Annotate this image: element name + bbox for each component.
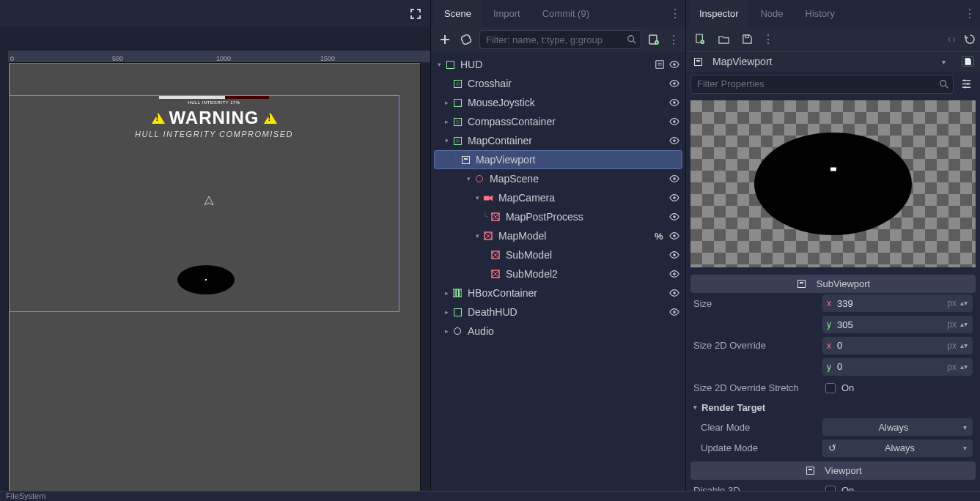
node-submodel2[interactable]: SubModel2 [431,264,685,283]
svg-point-29 [963,80,965,82]
spinner-icon[interactable]: ▴▾ [959,344,968,348]
visibility-icon[interactable] [669,250,681,260]
filesystem-dock-tab[interactable]: FileSystem [0,491,980,501]
minimap-preview [177,265,235,294]
update-mode-dropdown[interactable]: ↺ Always▾ [822,439,973,457]
svg-point-13 [673,215,676,218]
node-deathhud[interactable]: ▸ DeathHUD [431,303,685,322]
size2d-x-input[interactable]: x 0 px ▴▾ [822,337,973,355]
node-mapviewport[interactable]: └ MapViewport [434,150,682,169]
new-resource-button[interactable] [690,29,710,48]
property-options-button[interactable] [957,75,976,94]
visibility-icon[interactable] [669,212,681,222]
node-mousejoystick[interactable]: ▸ MouseJoystick [431,93,685,112]
scene-dock: Scene Import Commit (9) ⋮ ⋮ ▾ HUD Crossh… [430,0,686,501]
viewport-header [0,0,430,27]
history-back-button[interactable]: ‹ [948,33,951,45]
size2d-y-input[interactable]: y 0 px ▴▾ [822,358,973,376]
instance-scene-button[interactable] [457,30,476,49]
node-mapmodel[interactable]: ▾ MapModel % [431,226,685,245]
save-resource-button[interactable] [737,29,756,48]
docs-button[interactable]: 📄 [962,56,974,67]
inspector-toolbar: ⋮ ‹ › [686,27,980,51]
expand-icon[interactable]: ▸ [441,327,452,335]
prop-clear-mode: Clear Mode Always▾ [686,417,980,438]
prop-size2d-y: y 0 px ▴▾ [686,356,980,377]
script-icon[interactable] [655,59,666,70]
section-subviewport[interactable]: SubViewport [690,275,976,293]
tab-inspector[interactable]: Inspector [689,0,748,27]
visibility-icon[interactable] [669,136,681,146]
chevron-down-icon[interactable]: ▾ [942,58,946,66]
node-mapcontainer[interactable]: ▾ MapContainer [431,131,685,150]
visibility-icon[interactable] [669,269,681,279]
expand-icon[interactable]: ▸ [441,308,452,316]
prop-size-x: Size x 339 px ▴▾ [686,293,980,314]
node-mapscene[interactable]: ▾ MapScene [431,169,685,188]
section-viewport[interactable]: Viewport [690,461,976,480]
size-y-input[interactable]: y 305 px ▴▾ [822,316,973,333]
hp-bar [159,96,269,99]
collapse-icon[interactable]: ▾ [441,137,452,144]
visibility-icon[interactable] [669,116,681,127]
editor-viewport-panel: 0 500 1000 1500 HULL INTEGRITY 17% WARNI… [0,0,430,501]
node-mappostprocess[interactable]: └ MapPostProcess [431,207,685,226]
inspector-extra-menu[interactable]: ⋮ [761,31,775,46]
history-menu-button[interactable] [965,34,976,45]
collapse-icon[interactable]: ▾ [463,175,474,182]
node-crosshair[interactable]: Crosshair [431,74,685,93]
tab-import[interactable]: Import [483,0,531,27]
unique-name-icon[interactable]: % [655,231,666,242]
attach-script-button[interactable] [644,30,663,49]
prop-update-mode: Update Mode ↺ Always▾ [686,438,980,459]
node-audio[interactable]: ▸ Audio [431,322,685,341]
svg-point-15 [673,234,676,237]
scene-tree[interactable]: ▾ HUD Crosshair ▸ MouseJoystick ▸ Compas… [431,52,685,501]
expand-icon[interactable]: ▸ [441,118,452,125]
node-hboxcontainer[interactable]: ▸ HBoxContainer [431,283,685,303]
history-forward-button[interactable]: › [952,33,956,45]
visibility-icon[interactable] [669,97,681,108]
svg-point-9 [673,177,676,180]
visibility-icon[interactable] [669,78,681,89]
inspector-filter-input[interactable] [690,75,954,94]
visibility-icon[interactable] [669,193,681,203]
visibility-icon[interactable] [669,59,681,70]
node-hud[interactable]: ▾ HUD [431,55,685,74]
group-render-target[interactable]: ▾Render Target [686,398,980,417]
visibility-icon[interactable] [669,174,681,184]
fullscreen-button[interactable] [407,5,424,23]
visibility-icon[interactable] [669,307,681,317]
spinner-icon[interactable]: ▴▾ [959,322,968,327]
canvas-2d[interactable]: HULL INTEGRITY 17% WARNING HULL INTEGRIT… [8,62,421,498]
spinner-icon[interactable]: ▴▾ [959,301,968,305]
scene-extra-menu[interactable]: ⋮ [666,32,681,47]
tab-scene[interactable]: Scene [434,0,482,27]
dock-menu-button[interactable]: ⋮ [668,7,682,21]
stretch-checkbox[interactable]: On [822,379,973,397]
collapse-icon[interactable]: ▾ [434,61,444,68]
svg-point-8 [673,139,676,142]
expand-icon[interactable]: ▸ [441,289,452,297]
node-mapcamera[interactable]: ▾ MapCamera [431,188,685,207]
revert-icon[interactable]: ↺ [828,442,836,453]
size-x-input[interactable]: x 339 px ▴▾ [822,294,973,312]
tab-history[interactable]: History [795,0,845,27]
tab-node[interactable]: Node [750,0,793,27]
spinner-icon[interactable]: ▴▾ [959,365,968,369]
inspector-resource-header[interactable]: MapViewport ▾ 📄 [686,51,980,73]
svg-rect-10 [484,196,490,200]
node-submodel[interactable]: SubModel [431,245,685,264]
visibility-icon[interactable] [669,288,681,298]
load-resource-button[interactable] [714,29,733,48]
tab-commit[interactable]: Commit (9) [532,0,600,27]
collapse-icon[interactable]: ▾ [472,194,482,201]
scene-filter-input[interactable] [479,30,641,49]
dock-menu-button[interactable]: ⋮ [962,7,977,21]
visibility-icon[interactable] [669,231,681,241]
add-node-button[interactable] [435,30,454,49]
expand-icon[interactable]: ▸ [441,99,452,106]
clear-mode-dropdown[interactable]: Always▾ [822,418,973,436]
node-compasscontainer[interactable]: ▸ CompassContainer [431,112,685,131]
collapse-icon[interactable]: ▾ [472,232,482,240]
